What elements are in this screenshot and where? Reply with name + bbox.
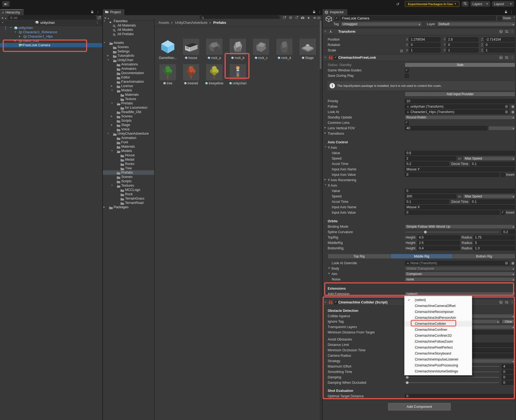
field-rotation-x[interactable]: 0 (409, 43, 441, 47)
field-speed[interactable]: 300 (405, 194, 456, 199)
hierarchy-item-unitychan[interactable]: ▼ unitychan (0, 26, 102, 30)
field-input-axis-name[interactable]: Mouse X (405, 205, 515, 209)
field-middlerig-height[interactable]: 2.5 (417, 241, 460, 245)
menu-kebab-icon[interactable]: ⋮ (318, 11, 321, 14)
expand-arrow-icon[interactable]: ▶ (103, 205, 105, 209)
project-tree-item-unitychan[interactable]: ▼ UnityChan (103, 58, 154, 62)
constrain-proportions-icon[interactable] (400, 49, 403, 52)
menu-kebab-icon[interactable]: ⋮ (96, 11, 100, 14)
asset-tile-rock-d[interactable]: rock_d (274, 39, 295, 60)
static-checkbox[interactable] (498, 16, 502, 21)
asset-tile-rock-c[interactable]: rock_c (250, 39, 272, 60)
checkbox-invert[interactable] (501, 211, 505, 215)
field-priority[interactable]: 10 (405, 99, 515, 103)
asset-tile-treeyellow[interactable]: treeyellow (203, 64, 225, 85)
project-tree-item-prefabs[interactable]: Prefabs (103, 170, 154, 175)
project-tree-item-prefabs[interactable]: ▼ Prefabs (103, 101, 154, 105)
component-header-transform[interactable]: ▼ Transform ? ⋮ (323, 28, 516, 35)
field-speed[interactable]: 2 (405, 156, 456, 161)
gear-icon[interactable] (511, 110, 515, 114)
add-input-provider-button[interactable]: Add Input Provider (405, 92, 515, 97)
collapse-arrow-icon[interactable]: ▼ (103, 19, 106, 23)
step-button[interactable]: ▶| (2, 1, 10, 7)
hierarchy-item-character1-hips[interactable]: ▶ Character1_Hips (0, 34, 102, 39)
field-lens-vertical-fov[interactable]: 40 (405, 126, 487, 130)
project-tree-item-all-models[interactable]: All Models (103, 28, 154, 32)
lock-icon[interactable] (505, 10, 507, 15)
dropdown-noise[interactable]: none▼ (405, 277, 515, 282)
slider-track-spline-curvature[interactable] (405, 232, 499, 232)
project-tree-item-documentation[interactable]: Documentation (103, 71, 154, 75)
scrollbar[interactable] (515, 15, 516, 420)
help-icon[interactable]: ? (499, 56, 503, 59)
project-tree-item-textures[interactable]: ▼ Textures (103, 183, 154, 188)
project-tree-item-models[interactable]: ▼ Models (103, 149, 154, 153)
asset-tile-treered[interactable]: treered (180, 64, 202, 85)
project-tree-item-for-locomotion[interactable]: for Locomotion (103, 105, 154, 110)
project-tree-item-tree[interactable]: Tree (103, 166, 154, 170)
project-tree-item-faceanimation[interactable]: FaceAnimation (103, 80, 154, 84)
object-picker-icon[interactable] (505, 110, 508, 114)
project-tree-item-stage[interactable]: ▶ Stage (103, 123, 154, 127)
project-tree-item-rock[interactable]: Rock (103, 192, 154, 196)
slider-handle-spline-curvature[interactable] (424, 231, 427, 233)
project-tree-item-mcclogo[interactable]: MCCLogo (103, 188, 154, 192)
checkbox-common-lens[interactable] (405, 121, 409, 125)
collapse-arrow-icon[interactable]: ▼ (111, 183, 113, 188)
project-tree-item-scripts[interactable]: Scripts (103, 179, 154, 183)
field-toprig-height[interactable]: 4.5 (417, 235, 460, 240)
project-tree-item-house[interactable]: House (103, 153, 154, 157)
tab-project[interactable]: Project (103, 9, 124, 15)
search-button[interactable] (462, 1, 469, 7)
project-tree-item-animation[interactable]: Animation (103, 136, 154, 140)
expand-arrow-icon[interactable]: ▶ (111, 114, 113, 118)
menu-item-cinemachinecameraoffset[interactable]: CinemachineCameraOffset (405, 303, 472, 309)
gear-icon[interactable] (511, 105, 515, 108)
asset-tile-stage[interactable]: Stage (297, 39, 318, 60)
layout-dropdown[interactable]: Layout▼ (492, 1, 514, 7)
menu-item-cinemachinepixelperfect[interactable]: CinemachinePixelPerfect (405, 345, 472, 350)
tab-inspector[interactable]: i Inspector (323, 9, 347, 15)
project-tree-item-terrainroad[interactable]: TerrainRoad (103, 201, 154, 205)
field-value[interactable]: 0 (405, 189, 515, 193)
presets-icon[interactable] (505, 30, 508, 33)
field-input-axis-name[interactable]: Mouse Y (405, 167, 515, 171)
field-value[interactable]: 0.5 (405, 151, 515, 155)
layers-dropdown[interactable]: Layers▼ (470, 1, 490, 7)
project-tree-item-all-prefabs[interactable]: All Prefabs (103, 32, 154, 36)
field-scale-y[interactable]: 1 (446, 48, 478, 52)
field-bottomrig-radius[interactable]: 1.3 (473, 246, 515, 250)
project-tree-item-scenes[interactable]: ▶ Scenes (103, 114, 154, 118)
collapse-arrow-icon[interactable]: ▼ (111, 88, 113, 92)
menu-kebab-icon[interactable]: ⋮ (511, 56, 514, 59)
project-tree-item-favorites[interactable]: ▼★Favorites (103, 19, 154, 23)
field-middlerig-radius[interactable]: 3 (473, 241, 515, 245)
expand-arrow-icon[interactable]: ▶ (111, 123, 113, 127)
menu-item--select-[interactable]: ✓(select) (405, 297, 472, 303)
checkbox-invert[interactable] (501, 173, 505, 177)
tag-dropdown[interactable]: Untagged▼ (341, 22, 422, 26)
component-header-cinemachinefreelook[interactable]: ▼ CinemachineFreeLook ? ⋮ (323, 54, 516, 61)
dropdown-aim[interactable]: Composer▼ (405, 272, 515, 276)
object-picker-icon[interactable] (505, 105, 508, 108)
experimental-packages-button[interactable]: Experimental Packages In Use▼ (405, 1, 459, 7)
field-accel-time[interactable]: 0.1 (405, 200, 449, 204)
field-position-y[interactable]: 2.5 (446, 37, 478, 42)
expand-arrow-icon[interactable]: ▶ (107, 54, 109, 58)
dropdown-binding-mode[interactable]: Simple Follow With World Up▼ (405, 224, 515, 229)
menu-kebab-icon[interactable]: ⋮ (511, 30, 514, 33)
project-tree-item-rocks[interactable]: Rocks (103, 162, 154, 166)
project-tree-item-unitychanadventure[interactable]: ▼ UnityChanAdventure (103, 131, 154, 136)
menu-item-cinemachinefollowzoom[interactable]: CinemachineFollowZoom (405, 339, 472, 345)
fold-arrow-icon[interactable]: ▶ (324, 125, 326, 130)
project-tree-item-font[interactable]: Font (103, 140, 154, 144)
dropdown-speed-mode[interactable]: Max Speed▼ (463, 156, 515, 161)
project-tree-item-animators[interactable]: Animators (103, 67, 154, 71)
project-tree-item-terraingrass[interactable]: TerrainGrass (103, 196, 154, 201)
field-position-x[interactable]: 1.278034 (409, 37, 441, 42)
help-icon[interactable]: ? (499, 30, 503, 33)
collapse-arrow-icon[interactable]: ▼ (14, 30, 17, 34)
checkbox-save-during-play[interactable] (405, 74, 409, 78)
project-tree-item-materials[interactable]: Materials (103, 144, 154, 149)
expand-arrow-icon[interactable]: ▶ (19, 34, 21, 39)
